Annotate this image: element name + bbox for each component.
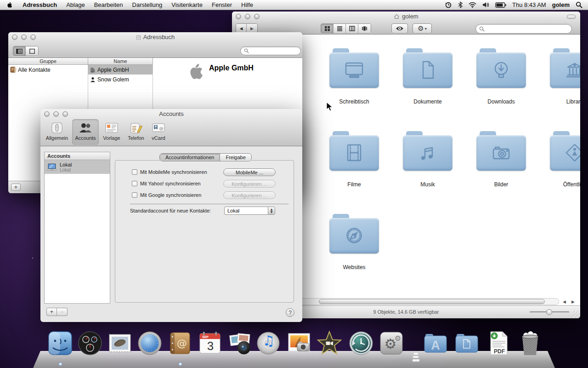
folder-bilder[interactable]: Bilder	[467, 131, 536, 188]
accounts-preferences-window[interactable]: Accounts Allgemein Accounts Vorlage Tele…	[40, 109, 302, 322]
menu-bar-clock[interactable]: Thu 8:43 AM	[512, 1, 546, 8]
add-contact-button[interactable]: +	[11, 184, 21, 191]
horizontal-scrollbar-thumb[interactable]	[319, 299, 545, 304]
toolbar-item-vcard[interactable]: @ vCard	[148, 119, 169, 145]
time-machine-menu-icon[interactable]	[445, 1, 452, 9]
dock-item-ical[interactable]: SEP 3	[197, 330, 223, 356]
folder-oeffentlich[interactable]: Öffentlich	[540, 131, 580, 188]
dock-item-applications-folder[interactable]: A	[423, 330, 448, 356]
folder-schreibtisch[interactable]: Schreibtisch	[320, 48, 389, 105]
account-tabs: Accountinformationen Freigabe	[159, 153, 252, 161]
dock-item-system-preferences[interactable]: ⚙ ⚙	[379, 330, 404, 356]
addressbook-search-field[interactable]	[240, 46, 301, 55]
volume-icon[interactable]	[482, 2, 489, 8]
quick-look-button[interactable]	[391, 23, 408, 34]
toolbar-item-accounts[interactable]: Accounts	[72, 119, 99, 145]
dock-item-documents-folder[interactable]	[454, 330, 480, 356]
folder-library[interactable]: Library	[540, 48, 580, 105]
dock-item-finder[interactable]	[47, 330, 73, 356]
dock-item-iphoto[interactable]	[286, 330, 312, 356]
toolbar-item-allgemein[interactable]: Allgemein	[43, 119, 71, 145]
menu-bearbeiten[interactable]: Bearbeiten	[90, 0, 128, 10]
scroll-right-arrow[interactable]: ▶	[571, 299, 575, 304]
icon-size-slider[interactable]	[530, 311, 569, 313]
search-icon	[479, 26, 485, 32]
remove-account-button[interactable]: −	[57, 308, 68, 316]
help-button[interactable]: ?	[286, 308, 294, 317]
contact-row-apple-gmbh[interactable]: Apple GmbH	[88, 65, 153, 75]
mobileme-button[interactable]: MobileMe ...	[223, 168, 276, 176]
action-menu-button[interactable]: ⚙ ▾	[413, 23, 432, 34]
dock-item-safari[interactable]	[137, 330, 163, 356]
toolbar-item-vorlage[interactable]: Vorlage	[100, 119, 124, 145]
toolbar-item-telefon[interactable]: Telefon	[124, 119, 147, 145]
group-column-header[interactable]: Gruppe	[8, 58, 88, 65]
account-row-lokal[interactable]: Lokal Lokal	[45, 160, 110, 174]
forward-button[interactable]: ▶	[247, 24, 257, 33]
svg-text:PDF: PDF	[494, 348, 505, 355]
menu-visitenkarte[interactable]: Visitenkarte	[167, 0, 207, 10]
card-and-columns-view-button[interactable]	[13, 46, 26, 56]
finder-icon	[47, 330, 73, 356]
coverflow-view-icon	[362, 26, 368, 31]
scroll-left-arrow[interactable]: ◀	[563, 299, 566, 304]
dock-item-photo-booth[interactable]	[227, 330, 253, 356]
battery-icon[interactable]	[495, 2, 506, 8]
scrollbar-arrows[interactable]: ◀▶	[560, 299, 577, 305]
google-sync-checkbox[interactable]	[132, 192, 137, 198]
menu-adressbuch[interactable]: Adressbuch	[18, 0, 62, 10]
tab-accountinformationen[interactable]: Accountinformationen	[160, 154, 220, 161]
resize-grip[interactable]	[573, 311, 579, 317]
mobileme-sync-checkbox[interactable]	[132, 169, 137, 175]
default-account-label: Standardaccount für neue Kontakte:	[130, 208, 211, 213]
quick-look-eye-icon	[396, 26, 404, 31]
menu-ablage[interactable]: Ablage	[62, 0, 89, 10]
default-account-dropdown[interactable]: Lokal ▲▼	[224, 207, 275, 215]
card-icon	[29, 49, 35, 54]
list-view-button[interactable]	[334, 24, 346, 33]
icon-view-button[interactable]	[321, 24, 334, 33]
contact-row-snow-golem[interactable]: Snow Golem	[88, 75, 153, 84]
bluetooth-icon[interactable]	[458, 1, 463, 8]
card-only-view-button[interactable]	[26, 46, 38, 56]
menu-hilfe[interactable]: Hilfe	[237, 0, 258, 10]
pdf-document-icon: PDF	[486, 330, 512, 356]
address-book-icon	[10, 67, 16, 73]
group-row-alle-kontakte[interactable]: Alle Kontakte	[8, 65, 88, 75]
dock-item-imovie[interactable]	[317, 330, 342, 356]
google-configure-button[interactable]: Konfigurieren ...	[223, 191, 276, 199]
back-button[interactable]: ◀	[236, 24, 247, 33]
dock-item-trash[interactable]	[516, 330, 544, 356]
folder-websites[interactable]: Websites	[320, 214, 389, 270]
dock-item-mail[interactable]	[107, 330, 133, 356]
folder-musik[interactable]: Musik	[393, 131, 462, 188]
coverflow-view-button[interactable]	[358, 24, 371, 33]
yahoo-sync-checkbox[interactable]	[132, 181, 137, 186]
public-folder-icon	[550, 131, 580, 171]
wifi-icon[interactable]	[469, 2, 476, 8]
accounts-people-icon	[78, 121, 93, 135]
toolbar-toggle-pill[interactable]	[567, 15, 576, 19]
menu-darstellung[interactable]: Darstellung	[128, 0, 167, 10]
spotlight-search-icon[interactable]	[576, 1, 582, 8]
folder-downloads[interactable]: Downloads	[467, 48, 536, 105]
tab-freigabe[interactable]: Freigabe	[220, 154, 251, 161]
folder-filme[interactable]: Filme	[320, 131, 389, 188]
menu-fenster[interactable]: Fenster	[207, 0, 237, 10]
finder-search-field[interactable]	[475, 24, 572, 34]
dock-item-dashboard[interactable]	[77, 330, 103, 356]
name-column-header[interactable]: Name	[88, 58, 153, 65]
yahoo-configure-button[interactable]: Konfigurieren ...	[223, 180, 276, 188]
dock-item-itunes[interactable]: ♫	[255, 330, 281, 356]
dock-item-address-book[interactable]: @	[167, 330, 193, 356]
icon-size-slider-knob[interactable]	[546, 309, 552, 315]
add-account-button[interactable]: +	[46, 308, 57, 316]
column-view-button[interactable]	[346, 24, 358, 33]
dock-item-pdf-document[interactable]: PDF	[486, 330, 512, 356]
dock-item-time-machine[interactable]	[348, 330, 374, 356]
menu-bar: Adressbuch Ablage Bearbeiten Darstellung…	[0, 0, 588, 10]
folder-dokumente[interactable]: Dokumente	[393, 48, 462, 105]
apple-menu[interactable]	[0, 1, 18, 8]
google-sync-row: Mit Google synchronisieren	[132, 192, 201, 198]
user-menu[interactable]: golem	[552, 1, 570, 8]
